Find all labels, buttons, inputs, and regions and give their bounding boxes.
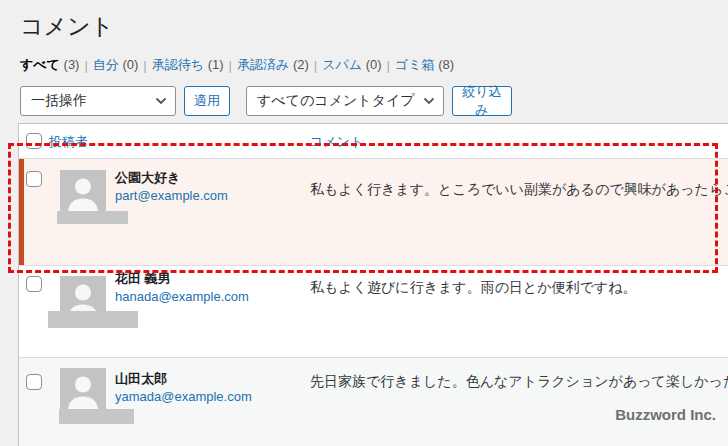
filter-label: 自分 bbox=[93, 57, 119, 72]
filter-separator: | bbox=[387, 58, 390, 73]
filter-count: (8) bbox=[438, 57, 454, 72]
redacted-block bbox=[59, 409, 134, 424]
filter-mine[interactable]: 自分 (0) bbox=[93, 56, 139, 74]
row-checkbox[interactable] bbox=[26, 276, 42, 292]
redacted-block bbox=[48, 311, 138, 328]
comment-text: 私もよく行きます。ところでいい副業があるので興味があったらご連絡 bbox=[310, 181, 728, 199]
watermark-text: Buzzword Inc. bbox=[540, 406, 716, 423]
filter-all[interactable]: すべて (3) bbox=[20, 56, 79, 74]
filter-count: (0) bbox=[122, 57, 138, 72]
author-email-link[interactable]: hanada@example.com bbox=[115, 289, 249, 304]
filter-separator: | bbox=[84, 58, 87, 73]
chevron-down-icon bbox=[423, 97, 435, 105]
filter-spam[interactable]: スパム (0) bbox=[322, 56, 381, 74]
bulk-action-select[interactable]: 一括操作 bbox=[20, 86, 176, 116]
row-checkbox[interactable] bbox=[26, 171, 42, 187]
comment-row: 花田 義男 hanada@example.com 私もよく遊びに行きます。雨の日… bbox=[19, 265, 728, 357]
table-header-row: 投稿者 コメント bbox=[19, 124, 728, 158]
page-title: コメント bbox=[20, 12, 114, 42]
comment-text: 先日家族で行きました。色んなアトラクションがあって楽しかったです bbox=[310, 373, 728, 391]
author-email-link[interactable]: part@example.com bbox=[115, 188, 228, 203]
pending-status-bar bbox=[19, 159, 24, 265]
avatar bbox=[60, 368, 106, 414]
filter-trash[interactable]: ゴミ箱 (8) bbox=[395, 56, 454, 74]
author-email-link[interactable]: yamada@example.com bbox=[115, 389, 252, 404]
filter-label: 承認済み bbox=[237, 57, 289, 72]
filter-label: ゴミ箱 bbox=[395, 57, 435, 72]
author-name: 公園大好き bbox=[115, 169, 180, 187]
redacted-block bbox=[57, 211, 128, 224]
filter-separator: | bbox=[314, 58, 317, 73]
column-header-author[interactable]: 投稿者 bbox=[49, 133, 88, 151]
filter-label: 承認待ち bbox=[152, 57, 204, 72]
comment-row-pending: 公園大好き part@example.com 私もよく行きます。ところでいい副業… bbox=[19, 158, 728, 265]
comment-row: 山田太郎 yamada@example.com 先日家族で行きました。色んなアト… bbox=[19, 357, 728, 446]
filter-count: (0) bbox=[366, 57, 382, 72]
apply-button[interactable]: 適用 bbox=[184, 86, 230, 116]
comment-type-select[interactable]: すべてのコメントタイプ bbox=[246, 86, 444, 116]
filter-approved[interactable]: 承認済み (2) bbox=[237, 56, 309, 74]
filter-button[interactable]: 絞り込み bbox=[452, 86, 512, 116]
status-filter-list: すべて (3) | 自分 (0) | 承認待ち (1) | 承認済み (2) |… bbox=[20, 56, 454, 74]
comments-table: 投稿者 コメント 公園大好き part@example.com 私もよく行きます… bbox=[18, 123, 728, 446]
chevron-down-icon bbox=[155, 97, 167, 105]
comment-text: 私もよく遊びに行きます。雨の日とか便利ですね。 bbox=[310, 279, 637, 297]
author-name: 山田太郎 bbox=[115, 370, 167, 388]
comment-type-selected-value: すべてのコメントタイプ bbox=[257, 92, 415, 110]
table-toolbar: 一括操作 適用 すべてのコメントタイプ 絞り込み bbox=[0, 86, 728, 116]
filter-count: (3) bbox=[64, 57, 80, 72]
select-all-checkbox[interactable] bbox=[26, 133, 42, 149]
filter-pending[interactable]: 承認待ち (1) bbox=[152, 56, 224, 74]
wp-admin-comments-screen: コメント すべて (3) | 自分 (0) | 承認待ち (1) | 承認済み … bbox=[0, 0, 728, 446]
row-checkbox[interactable] bbox=[26, 374, 42, 390]
avatar bbox=[60, 170, 106, 216]
filter-count: (1) bbox=[208, 57, 224, 72]
filter-label: すべて bbox=[20, 57, 60, 72]
author-name: 花田 義男 bbox=[115, 270, 171, 288]
filter-separator: | bbox=[229, 58, 232, 73]
bulk-action-selected-value: 一括操作 bbox=[31, 92, 87, 110]
filter-separator: | bbox=[143, 58, 146, 73]
filter-count: (2) bbox=[293, 57, 309, 72]
column-header-comment[interactable]: コメント bbox=[310, 133, 363, 151]
filter-label: スパム bbox=[322, 57, 362, 72]
